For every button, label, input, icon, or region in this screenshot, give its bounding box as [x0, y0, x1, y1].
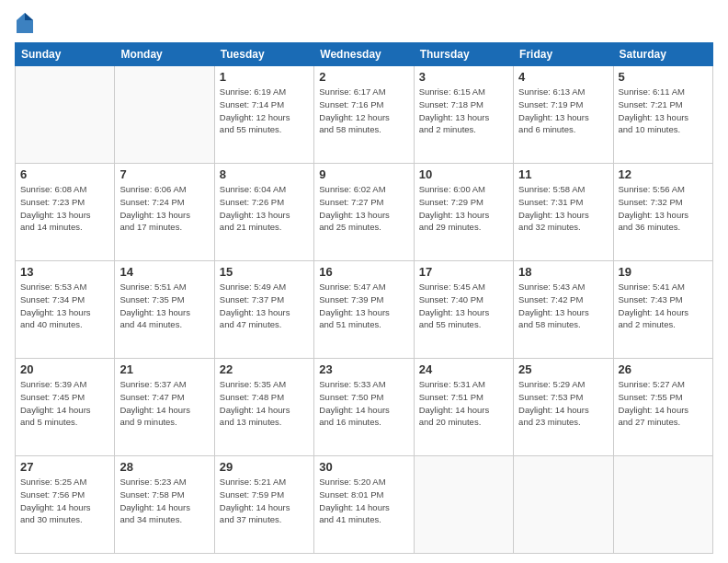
- calendar-day-cell: 4Sunrise: 6:13 AMSunset: 7:19 PMDaylight…: [514, 66, 613, 164]
- calendar-day-cell: 1Sunrise: 6:19 AMSunset: 7:14 PMDaylight…: [214, 66, 313, 164]
- day-info-line: Sunset: 7:35 PM: [119, 293, 209, 306]
- day-info-line: Sunset: 7:16 PM: [319, 98, 408, 111]
- calendar-day-cell: 28Sunrise: 5:23 AMSunset: 7:58 PMDayligh…: [115, 456, 214, 554]
- calendar-day-cell: 9Sunrise: 6:02 AMSunset: 7:27 PMDaylight…: [314, 164, 414, 261]
- calendar-day-cell: 29Sunrise: 5:21 AMSunset: 7:59 PMDayligh…: [214, 456, 313, 554]
- calendar-header-friday: Friday: [514, 43, 613, 66]
- day-number: 25: [518, 362, 608, 376]
- logo: [15, 15, 33, 33]
- day-info-line: Sunrise: 5:23 AM: [119, 476, 209, 488]
- day-info-line: Daylight: 14 hours: [319, 501, 408, 514]
- day-info-line: Sunset: 7:59 PM: [220, 488, 309, 501]
- day-info-line: and 9 minutes.: [119, 416, 209, 429]
- day-info-line: Sunrise: 5:33 AM: [319, 378, 408, 391]
- day-info-line: and 47 minutes.: [220, 318, 309, 331]
- day-info-line: and 17 minutes.: [119, 221, 209, 234]
- day-info-line: Sunrise: 6:02 AM: [319, 183, 408, 196]
- calendar-day-cell: 7Sunrise: 6:06 AMSunset: 7:24 PMDaylight…: [115, 164, 214, 261]
- day-info-line: and 36 minutes.: [619, 221, 708, 234]
- day-info-line: Daylight: 13 hours: [619, 111, 708, 124]
- calendar-day-cell: 30Sunrise: 5:20 AMSunset: 8:01 PMDayligh…: [314, 456, 414, 554]
- calendar-day-cell: 21Sunrise: 5:37 AMSunset: 7:47 PMDayligh…: [115, 359, 214, 456]
- day-number: 19: [619, 265, 708, 279]
- day-info-line: Daylight: 14 hours: [419, 404, 508, 417]
- day-info-line: and 6 minutes.: [518, 123, 608, 136]
- day-number: 12: [619, 167, 708, 181]
- day-info-line: Sunset: 7:24 PM: [119, 196, 209, 209]
- day-info-line: Sunrise: 6:06 AM: [119, 183, 209, 196]
- day-info-line: Daylight: 13 hours: [518, 209, 608, 222]
- calendar-week-row: 27Sunrise: 5:25 AMSunset: 7:56 PMDayligh…: [16, 456, 713, 554]
- day-info-line: Daylight: 13 hours: [319, 209, 408, 222]
- day-info-line: Sunset: 7:37 PM: [220, 293, 309, 306]
- day-info-line: Daylight: 13 hours: [220, 306, 309, 319]
- day-info-line: Sunrise: 5:49 AM: [220, 281, 309, 293]
- day-info-line: Daylight: 13 hours: [220, 209, 309, 222]
- day-info-line: Sunrise: 5:31 AM: [419, 378, 508, 391]
- calendar-header-saturday: Saturday: [613, 43, 712, 66]
- day-info-line: and 58 minutes.: [319, 123, 408, 136]
- day-info-line: Daylight: 14 hours: [119, 501, 209, 514]
- day-info-line: Daylight: 14 hours: [220, 404, 309, 417]
- day-number: 16: [319, 265, 408, 279]
- day-info-line: Daylight: 13 hours: [119, 209, 209, 222]
- day-info-line: and 58 minutes.: [518, 318, 608, 331]
- day-number: 26: [619, 362, 708, 376]
- calendar-header-row: SundayMondayTuesdayWednesdayThursdayFrid…: [16, 43, 713, 66]
- day-info-line: Sunrise: 6:04 AM: [220, 183, 309, 196]
- day-info-line: Sunrise: 5:45 AM: [419, 281, 508, 293]
- day-info-line: Sunrise: 5:35 AM: [220, 378, 309, 391]
- day-info-line: Sunset: 7:50 PM: [319, 391, 408, 404]
- day-info-line: and 20 minutes.: [419, 416, 508, 429]
- day-info-line: and 13 minutes.: [220, 416, 309, 429]
- day-info-line: Sunset: 7:48 PM: [220, 391, 309, 404]
- calendar-week-row: 1Sunrise: 6:19 AMSunset: 7:14 PMDaylight…: [16, 66, 713, 164]
- day-info-line: and 2 minutes.: [419, 123, 508, 136]
- day-info-line: Sunrise: 5:53 AM: [20, 281, 109, 293]
- logo-icon: [17, 13, 33, 33]
- day-info-line: Daylight: 14 hours: [20, 404, 109, 417]
- day-info-line: and 2 minutes.: [619, 318, 708, 331]
- day-info-line: Sunset: 7:39 PM: [319, 293, 408, 306]
- calendar-day-cell: 10Sunrise: 6:00 AMSunset: 7:29 PMDayligh…: [414, 164, 513, 261]
- calendar-week-row: 13Sunrise: 5:53 AMSunset: 7:34 PMDayligh…: [16, 261, 713, 359]
- day-info-line: Sunrise: 5:58 AM: [518, 183, 608, 196]
- day-number: 9: [319, 167, 408, 181]
- day-info-line: and 30 minutes.: [20, 513, 109, 526]
- day-info-line: and 51 minutes.: [319, 318, 408, 331]
- day-number: 11: [518, 167, 608, 181]
- calendar-day-cell: 2Sunrise: 6:17 AMSunset: 7:16 PMDaylight…: [314, 66, 414, 164]
- day-info-line: Sunset: 7:21 PM: [619, 98, 708, 111]
- day-info-line: Sunset: 7:18 PM: [419, 98, 508, 111]
- day-number: 18: [518, 265, 608, 279]
- day-info-line: Sunrise: 6:17 AM: [319, 86, 408, 98]
- calendar-header-wednesday: Wednesday: [314, 43, 414, 66]
- calendar-day-cell: 24Sunrise: 5:31 AMSunset: 7:51 PMDayligh…: [414, 359, 513, 456]
- day-info-line: Daylight: 13 hours: [20, 209, 109, 222]
- day-info-line: Sunset: 7:56 PM: [20, 488, 109, 501]
- calendar-week-row: 6Sunrise: 6:08 AMSunset: 7:23 PMDaylight…: [16, 164, 713, 261]
- calendar-day-cell: [16, 66, 115, 164]
- day-number: 17: [419, 265, 508, 279]
- day-info-line: and 32 minutes.: [518, 221, 608, 234]
- day-info-line: and 44 minutes.: [119, 318, 209, 331]
- day-info-line: Sunrise: 5:20 AM: [319, 476, 408, 488]
- day-number: 3: [419, 70, 508, 84]
- calendar-day-cell: 6Sunrise: 6:08 AMSunset: 7:23 PMDaylight…: [16, 164, 115, 261]
- day-info-line: and 27 minutes.: [619, 416, 708, 429]
- day-number: 15: [220, 265, 309, 279]
- day-info-line: Sunset: 7:40 PM: [419, 293, 508, 306]
- day-number: 27: [20, 460, 109, 474]
- calendar-day-cell: 22Sunrise: 5:35 AMSunset: 7:48 PMDayligh…: [214, 359, 313, 456]
- calendar-day-cell: 14Sunrise: 5:51 AMSunset: 7:35 PMDayligh…: [115, 261, 214, 359]
- day-info-line: Daylight: 14 hours: [220, 501, 309, 514]
- day-info-line: Sunrise: 5:37 AM: [119, 378, 209, 391]
- day-info-line: Sunset: 7:14 PM: [220, 98, 309, 111]
- day-number: 13: [20, 265, 109, 279]
- day-info-line: Sunset: 7:23 PM: [20, 196, 109, 209]
- day-info-line: Daylight: 14 hours: [619, 404, 708, 417]
- day-info-line: Daylight: 13 hours: [119, 306, 209, 319]
- calendar-day-cell: 16Sunrise: 5:47 AMSunset: 7:39 PMDayligh…: [314, 261, 414, 359]
- day-info-line: Sunset: 7:19 PM: [518, 98, 608, 111]
- day-info-line: and 5 minutes.: [20, 416, 109, 429]
